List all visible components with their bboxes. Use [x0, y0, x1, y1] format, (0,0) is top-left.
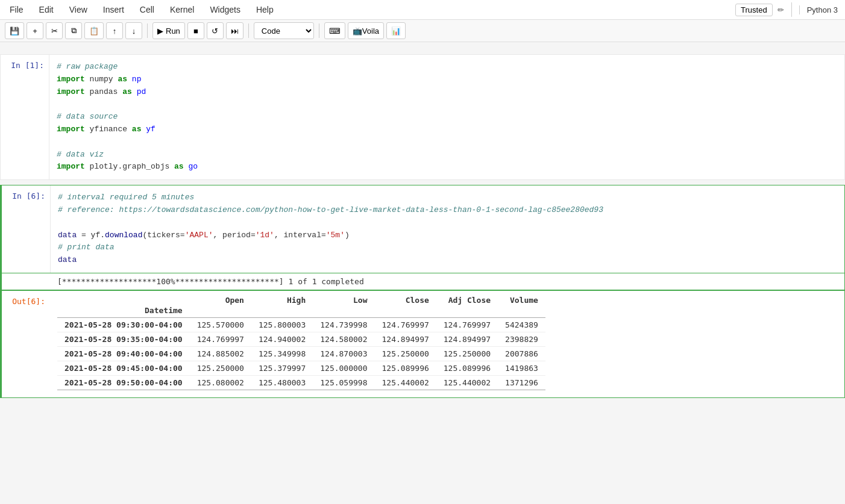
- cell-1-line-4: [57, 98, 837, 111]
- save-button[interactable]: 💾: [5, 22, 24, 39]
- row-cell: 1419863: [498, 361, 545, 375]
- table-header-row-2: Datetime: [57, 305, 545, 318]
- row-cell: 124.769997: [375, 317, 436, 332]
- col-high: High: [251, 293, 313, 305]
- restart-run-button[interactable]: ⏭: [226, 22, 243, 39]
- row-cell: 125.250000: [190, 361, 251, 375]
- cell-1-line-9: import plotly.graph_objs as go: [57, 161, 837, 173]
- cell-1-content[interactable]: # raw package import numpy as np import …: [49, 55, 844, 179]
- cell-2-line-4: data = yf.download(tickers='AAPL', perio…: [58, 229, 837, 242]
- output-cell: Out[6]: Open High Low Close Adj Close Vo…: [0, 290, 845, 398]
- menu-kernel[interactable]: Kernel: [168, 4, 196, 16]
- row-cell: 125.250000: [436, 346, 498, 361]
- datetime-header: Datetime: [57, 305, 190, 318]
- restart-button[interactable]: ↺: [207, 22, 224, 39]
- menu-file[interactable]: File: [7, 4, 26, 16]
- row-cell: 2398829: [498, 332, 545, 346]
- row-cell: 125.059998: [313, 375, 374, 390]
- row-cell: 124.739998: [313, 317, 374, 332]
- chart-button[interactable]: 📊: [386, 22, 406, 39]
- cell-1: In [1]: # raw package import numpy as np…: [0, 54, 845, 180]
- row-index: 2021-05-28 09:40:00-04:00: [57, 346, 190, 361]
- dataframe-container: Open High Low Close Adj Close Volume Dat…: [50, 291, 553, 397]
- voila-label: Voila: [362, 26, 379, 36]
- row-cell: 125.250000: [375, 346, 436, 361]
- menu-edit[interactable]: Edit: [37, 4, 56, 16]
- cell-2-line-5: # print data: [58, 241, 837, 254]
- col-high-2: [251, 305, 313, 318]
- cell-1-line-7: [57, 136, 837, 149]
- keyboard-button[interactable]: ⌨: [324, 22, 345, 39]
- row-cell: 124.885002: [190, 346, 251, 361]
- cell-2-line-2: # reference: https://towardsdatascience.…: [58, 204, 837, 217]
- table-row: 2021-05-28 09:45:00-04:00125.250000125.3…: [57, 361, 545, 375]
- row-cell: 125.379997: [251, 361, 313, 375]
- move-down-button[interactable]: ↓: [125, 22, 142, 39]
- row-cell: 124.940002: [251, 332, 313, 346]
- trusted-area: Trusted ✏ Python 3: [735, 2, 838, 17]
- cell-1-line-3: import pandas as pd: [57, 86, 837, 99]
- cell-2-line-3: [58, 217, 837, 229]
- table-header-row-1: Open High Low Close Adj Close Volume: [57, 293, 545, 305]
- menu-widgets[interactable]: Widgets: [207, 4, 243, 16]
- row-cell: 2007886: [498, 346, 545, 361]
- row-index: 2021-05-28 09:30:00-04:00: [57, 317, 190, 332]
- paste-button[interactable]: 📋: [84, 22, 104, 39]
- cut-button[interactable]: ✂: [46, 22, 63, 39]
- add-cell-button[interactable]: +: [27, 22, 43, 39]
- col-open-2: [190, 305, 251, 318]
- cell-2: In [6]: # interval required 5 minutes # …: [0, 185, 845, 273]
- row-cell: 125.080002: [190, 375, 251, 390]
- menu-help[interactable]: Help: [254, 4, 276, 16]
- stop-button[interactable]: ■: [187, 22, 204, 39]
- row-index: 2021-05-28 09:35:00-04:00: [57, 332, 190, 346]
- cell-1-line-6: import yfinance as yf: [57, 123, 837, 136]
- col-low: Low: [313, 293, 374, 305]
- edit-icon: ✏: [777, 5, 784, 14]
- run-icon: ▶: [157, 26, 163, 36]
- notebook: In [1]: # raw package import numpy as np…: [0, 42, 845, 415]
- separator-1: [147, 23, 148, 38]
- col-open: Open: [190, 293, 251, 305]
- row-cell: 124.769997: [436, 317, 498, 332]
- cell-2-line-1: # interval required 5 minutes: [58, 191, 837, 204]
- row-cell: 125.440002: [375, 375, 436, 390]
- col-adj-close-2: [436, 305, 498, 318]
- dataframe-table: Open High Low Close Adj Close Volume Dat…: [57, 293, 545, 390]
- menu-view[interactable]: View: [67, 4, 90, 16]
- row-cell: 124.894997: [436, 332, 498, 346]
- toolbar: 💾 + ✂ ⧉ 📋 ↑ ↓ ▶ ▶ Run Run ■ ↺ ⏭ Code Mar…: [0, 20, 845, 42]
- col-low-2: [313, 305, 374, 318]
- cell-1-line-5: # data source: [57, 111, 837, 123]
- output-label: Out[6]:: [2, 291, 50, 397]
- cell-type-select[interactable]: Code Markdown Raw: [254, 22, 314, 39]
- row-cell: 1371296: [498, 375, 545, 390]
- cell-2-content[interactable]: # interval required 5 minutes # referenc…: [50, 185, 844, 273]
- row-cell: 125.089996: [436, 361, 498, 375]
- menu-cell[interactable]: Cell: [137, 4, 157, 16]
- row-cell: 124.870003: [313, 346, 374, 361]
- row-cell: 124.894997: [375, 332, 436, 346]
- python-label: Python 3: [799, 5, 838, 14]
- copy-button[interactable]: ⧉: [65, 22, 82, 39]
- row-cell: 125.480003: [251, 375, 313, 390]
- separator-3: [319, 23, 319, 38]
- cell-2-label: In [6]:: [2, 185, 50, 273]
- cell-1-line-1: # raw package: [57, 61, 837, 73]
- trusted-button[interactable]: Trusted: [735, 4, 773, 16]
- move-up-button[interactable]: ↑: [106, 22, 123, 39]
- row-cell: 125.000000: [313, 361, 374, 375]
- voila-button[interactable]: 📺 Voila: [348, 22, 384, 39]
- table-row: 2021-05-28 09:30:00-04:00125.570000125.8…: [57, 317, 545, 332]
- row-cell: 125.440002: [436, 375, 498, 390]
- menu-bar: File Edit View Insert Cell Kernel Widget…: [0, 0, 845, 20]
- row-cell: 124.580002: [313, 332, 374, 346]
- menu-insert[interactable]: Insert: [101, 4, 127, 16]
- table-row: 2021-05-28 09:35:00-04:00124.769997124.9…: [57, 332, 545, 346]
- col-adj-close: Adj Close: [436, 293, 498, 305]
- col-volume: Volume: [498, 293, 545, 305]
- run-button[interactable]: ▶ ▶ Run Run: [152, 22, 185, 39]
- row-cell: 125.800003: [251, 317, 313, 332]
- table-body: 2021-05-28 09:30:00-04:00125.570000125.8…: [57, 317, 545, 390]
- cell-1-line-8: # data viz: [57, 149, 837, 161]
